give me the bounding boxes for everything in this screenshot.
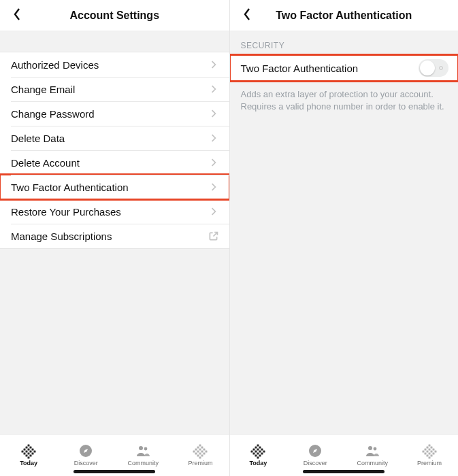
- back-button[interactable]: [5, 0, 29, 31]
- home-indicator: [73, 470, 155, 473]
- settings-row-two-factor-authentication[interactable]: Two Factor Authentication: [0, 175, 229, 199]
- tab-label: Community: [128, 460, 159, 466]
- tab-label: Today: [20, 460, 37, 466]
- row-label: Change Password: [11, 108, 208, 120]
- two-factor-toggle[interactable]: [419, 59, 448, 77]
- row-label: Delete Account: [11, 157, 208, 169]
- svg-line-0: [214, 232, 218, 236]
- settings-row-delete-account[interactable]: Delete Account: [0, 150, 229, 175]
- compass-icon: [78, 443, 93, 458]
- settings-row-change-email[interactable]: Change Email: [0, 77, 229, 101]
- fitbit-icon: [250, 443, 265, 458]
- row-label: Manage Subscriptions: [11, 231, 208, 242]
- chevron-left-icon: [13, 7, 21, 24]
- chevron-right-icon: [208, 181, 220, 193]
- two-factor-list: Two Factor Authentication: [230, 54, 459, 82]
- row-label: Two Factor Authentication: [11, 182, 208, 193]
- external-link-icon: [208, 230, 220, 242]
- compass-icon: [308, 443, 323, 458]
- header: Two Factor Authentication: [230, 0, 459, 31]
- people-icon: [365, 443, 380, 458]
- svg-point-7: [368, 446, 372, 450]
- two-factor-hint: Adds an extra layer of protection to you…: [230, 82, 459, 112]
- row-label: Change Email: [11, 84, 208, 95]
- settings-row-change-password[interactable]: Change Password: [0, 101, 229, 126]
- home-indicator: [303, 470, 385, 473]
- tab-label: Today: [250, 460, 267, 466]
- two-factor-body: SECURITY Two Factor Authentication Adds …: [230, 31, 459, 476]
- toggle-knob: [420, 61, 435, 75]
- toggle-off-indicator: [439, 66, 443, 70]
- chevron-right-icon: [208, 132, 220, 144]
- tab-premium[interactable]: Premium: [171, 435, 229, 476]
- settings-list: Authorized DevicesChange EmailChange Pas…: [0, 52, 229, 249]
- people-icon: [135, 443, 150, 458]
- row-label: Delete Data: [11, 133, 208, 144]
- settings-row-restore-your-purchases[interactable]: Restore Your Purchases: [0, 199, 229, 224]
- tab-label: Community: [357, 460, 388, 466]
- tab-label: Discover: [304, 460, 327, 466]
- row-label: Restore Your Purchases: [11, 206, 208, 218]
- svg-point-4: [144, 447, 148, 451]
- tab-label: Discover: [74, 460, 98, 466]
- chevron-left-icon: [243, 7, 251, 24]
- tab-premium[interactable]: Premium: [401, 435, 458, 476]
- chevron-right-icon: [208, 107, 220, 120]
- page-title: Account Settings: [69, 10, 159, 22]
- settings-row-manage-subscriptions[interactable]: Manage Subscriptions: [0, 224, 229, 248]
- fitbit-icon: [193, 443, 208, 458]
- row-label: Authorized Devices: [11, 59, 208, 71]
- chevron-right-icon: [208, 156, 220, 169]
- settings-body: Authorized DevicesChange EmailChange Pas…: [0, 31, 229, 476]
- chevron-right-icon: [208, 83, 220, 95]
- row-label: Two Factor Authentication: [241, 63, 419, 74]
- settings-row-delete-data[interactable]: Delete Data: [0, 126, 229, 150]
- svg-point-8: [374, 447, 377, 451]
- settings-row-authorized-devices[interactable]: Authorized Devices: [0, 52, 229, 77]
- svg-point-3: [139, 446, 143, 450]
- header: Account Settings: [0, 0, 229, 31]
- chevron-right-icon: [208, 58, 220, 71]
- screen-two-factor: Two Factor Authentication SECURITY Two F…: [229, 0, 459, 476]
- screen-account-settings: Account Settings Authorized DevicesChang…: [0, 0, 229, 476]
- tab-today[interactable]: Today: [230, 435, 287, 476]
- fitbit-icon: [21, 443, 36, 458]
- tab-today[interactable]: Today: [0, 435, 57, 476]
- row-two-factor-toggle[interactable]: Two Factor Authentication: [230, 55, 459, 81]
- fitbit-icon: [422, 443, 437, 458]
- back-button[interactable]: [235, 0, 259, 31]
- tab-label: Premium: [188, 460, 212, 466]
- chevron-right-icon: [208, 205, 220, 218]
- section-header-security: SECURITY: [230, 31, 459, 54]
- tab-label: Premium: [417, 460, 442, 466]
- page-title: Two Factor Authentication: [276, 10, 412, 22]
